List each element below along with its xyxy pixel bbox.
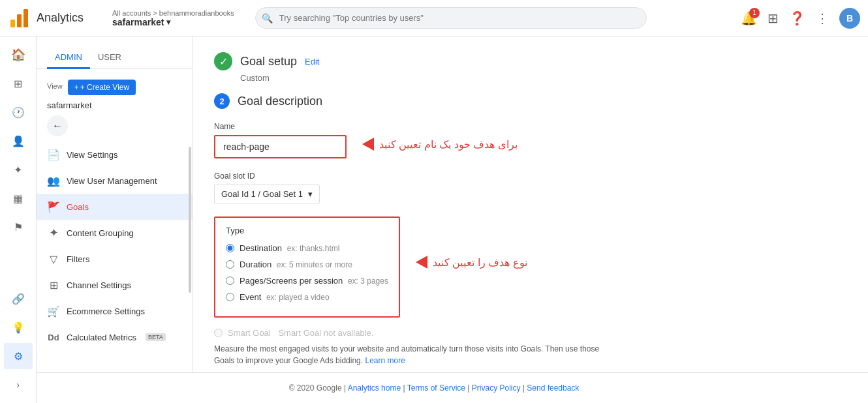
acquisition-icon: ✦ — [14, 164, 22, 176]
nav-item-view-settings[interactable]: 📄 View Settings — [37, 142, 193, 168]
svg-rect-0 — [10, 20, 15, 27]
dropdown-arrow-icon: ▾ — [166, 18, 170, 27]
name-field-row: Name برای هدف خود یک نام تعیین کنید — [214, 122, 847, 172]
sidebar-icon-reports[interactable]: ⊞ — [4, 70, 33, 97]
slot-form-group: Goal slot ID Goal Id 1 / Goal Set 1 ▾ — [214, 172, 475, 203]
chevron-right-icon: › — [16, 380, 20, 390]
check-circle-icon: ✓ — [214, 52, 232, 70]
copyright: © 2020 Google — [289, 383, 342, 393]
admin-user-tabs: ADMIN USER — [37, 47, 193, 69]
sidebar-icon-search[interactable]: 🔗 — [4, 286, 33, 312]
type-section: Type Destination ex: thanks.html — [214, 216, 400, 328]
filter-icon: ▽ — [47, 252, 60, 265]
name-input[interactable] — [215, 136, 345, 157]
nav-item-view-user-management[interactable]: 👥 View User Management — [37, 168, 193, 194]
radio-pages-per-session: Pages/Screens per session ex: 3 pages — [226, 276, 388, 286]
slot-value: Goal Id 1 / Goal Set 1 — [221, 189, 303, 199]
user-avatar[interactable]: B — [839, 8, 860, 29]
nav-item-channel-settings[interactable]: ⊞ Channel Settings — [37, 272, 193, 298]
apps-icon[interactable]: ⊞ — [767, 10, 779, 26]
terms-of-service-link[interactable]: Terms of Service — [407, 383, 465, 393]
app-name: Analytics — [37, 11, 84, 25]
nav-item-calculated-metrics[interactable]: Dd Calculated Metrics BETA — [37, 324, 193, 350]
analytics-home-link[interactable]: Analytics home — [348, 383, 401, 393]
edit-link[interactable]: Edit — [305, 57, 319, 67]
tab-user[interactable]: USER — [90, 47, 129, 69]
app-header: Analytics All accounts > behnammoradianb… — [0, 0, 868, 37]
search-input[interactable] — [255, 7, 647, 29]
sidebar-icon-realtime[interactable]: 🕐 — [4, 99, 33, 125]
audience-icon: 👤 — [12, 135, 25, 147]
pages-per-session-example: ex: 3 pages — [348, 276, 388, 286]
send-feedback-link[interactable]: Send feedback — [527, 383, 579, 393]
clock-icon: 🕐 — [12, 106, 25, 119]
type-annotation: نوع هدف را تعیین کنید — [416, 256, 527, 269]
custom-label: Custom — [240, 73, 847, 83]
create-view-button[interactable]: + + Create View — [68, 80, 136, 95]
plus-icon: + — [74, 83, 79, 92]
channel-icon: ⊞ — [47, 278, 60, 291]
nav-item-ecommerce-settings[interactable]: 🛒 Ecommerce Settings — [37, 298, 193, 324]
nav-item-filters[interactable]: ▽ Filters — [37, 246, 193, 272]
back-arrow-icon: ← — [52, 120, 63, 132]
learn-more-link[interactable]: Learn more — [365, 356, 405, 365]
name-input-wrapper — [214, 135, 347, 158]
bulb-icon: 💡 — [12, 321, 25, 334]
notification-badge: 1 — [749, 8, 760, 18]
info-text: Measure the most engaged visits to your … — [214, 343, 619, 366]
calculated-icon: Dd — [47, 331, 60, 344]
duration-radio[interactable] — [226, 260, 234, 269]
sidebar-icon-audience[interactable]: 👤 — [4, 128, 33, 154]
nav-item-goals[interactable]: 🚩 Goals — [37, 194, 193, 220]
content-wrapper: ✓ Goal setup Edit Custom 2 Goal descript… — [214, 52, 847, 366]
sidebar-icon-settings[interactable]: ⚙ — [4, 343, 33, 369]
account-breadcrumb: All accounts > behnammoradianbooks — [112, 9, 234, 17]
header-actions: 🔔 1 ⊞ ❓ ⋮ B — [741, 8, 860, 29]
tab-admin[interactable]: ADMIN — [47, 47, 90, 69]
account-name[interactable]: safarmarket ▾ — [112, 17, 234, 27]
type-box: Type Destination ex: thanks.html — [214, 216, 400, 318]
goal-desc-title: Goal description — [238, 95, 322, 108]
gear-icon: ⚙ — [14, 350, 23, 363]
pages-per-session-label: Pages/Screens per session — [240, 276, 343, 286]
sidebar-icon-acquisition[interactable]: ✦ — [4, 157, 33, 183]
sidebar-icon-home[interactable]: 🏠 — [4, 42, 33, 68]
radio-duration: Duration ex: 5 minutes or more — [226, 260, 388, 269]
main-layout: 🏠 ⊞ 🕐 👤 ✦ ▦ ⚑ 🔗 💡 ⚙ — [0, 37, 868, 403]
type-arrow-left-icon — [416, 256, 427, 269]
dropdown-chevron-icon: ▾ — [308, 189, 313, 199]
event-label: Event — [240, 292, 261, 302]
duration-example: ex: 5 minutes or more — [277, 260, 352, 269]
step-number: 2 — [214, 93, 230, 109]
arrow-left-icon — [362, 138, 374, 151]
ecommerce-icon: 🛒 — [47, 305, 60, 318]
name-form-group: Name — [214, 122, 347, 158]
smart-goal-radio — [214, 329, 223, 337]
scrollbar[interactable] — [189, 147, 191, 293]
smart-goal-row: Smart Goal Smart Goal not available. — [214, 328, 847, 338]
beta-badge: BETA — [146, 333, 166, 341]
goal-setup-title: Goal setup — [240, 55, 297, 68]
nav-item-content-grouping[interactable]: ✦ Content Grouping — [37, 220, 193, 246]
type-field-row: Type Destination ex: thanks.html — [214, 216, 847, 328]
logo-section: Analytics — [8, 7, 112, 30]
sidebar-icon-expand[interactable]: › — [4, 372, 33, 398]
help-icon[interactable]: ❓ — [789, 10, 805, 26]
notification-button[interactable]: 🔔 1 — [741, 10, 757, 26]
smart-goal-note: Smart Goal not available. — [278, 328, 373, 338]
event-radio[interactable] — [226, 293, 234, 301]
sidebar-icon-behavior[interactable]: ▦ — [4, 185, 33, 211]
slot-dropdown[interactable]: Goal Id 1 / Goal Set 1 ▾ — [214, 185, 320, 203]
back-button[interactable]: ← — [47, 115, 68, 136]
privacy-policy-link[interactable]: Privacy Policy — [472, 383, 521, 393]
radio-event: Event ex: played a video — [226, 292, 388, 302]
behavior-icon: ▦ — [13, 192, 23, 205]
sidebar-icon-bulb[interactable]: 💡 — [4, 314, 33, 340]
goal-setup-section: ✓ Goal setup Edit Custom — [214, 52, 847, 83]
sidebar-icon-conversions[interactable]: ⚑ — [4, 214, 33, 240]
more-options-icon[interactable]: ⋮ — [816, 10, 829, 26]
pages-per-session-radio[interactable] — [226, 276, 234, 285]
view-section: View + + Create View — [37, 80, 193, 95]
goal-desc-header: 2 Goal description — [214, 93, 847, 109]
destination-radio[interactable] — [226, 244, 234, 252]
